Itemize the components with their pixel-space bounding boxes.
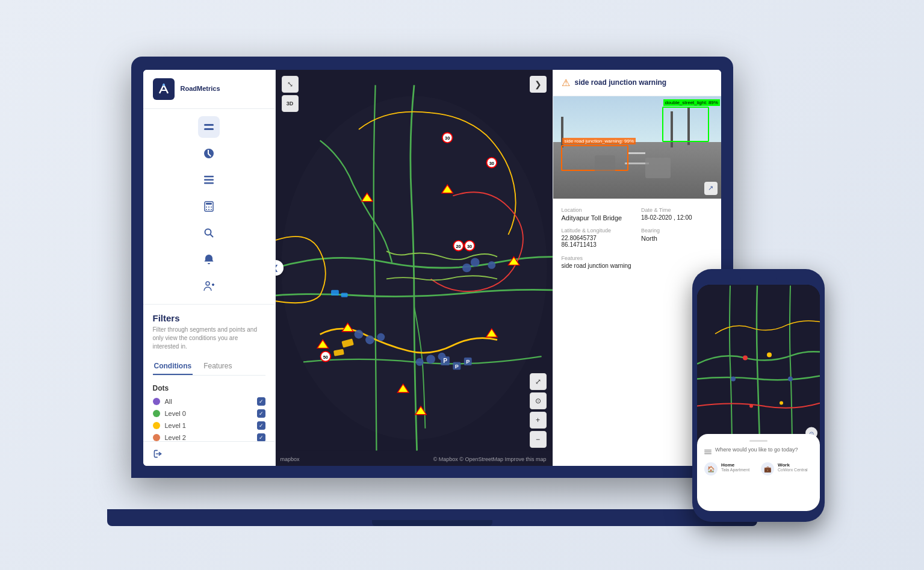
- dot-all-color: [153, 398, 160, 405]
- phone-bottom-card: Where would you like to go today? 🏠 Home…: [697, 434, 820, 511]
- svg-rect-7: [206, 203, 212, 205]
- map-locate-btn[interactable]: ⊙: [530, 392, 547, 409]
- features-value: side road junction warning: [562, 262, 713, 269]
- svg-rect-56: [341, 293, 347, 297]
- svg-text:30: 30: [467, 243, 471, 249]
- dot-all-checkbox[interactable]: [257, 397, 265, 406]
- phone-device: ⊙ Where would you like to go today? 🏠 Ho…: [692, 269, 825, 522]
- map-layers-btn[interactable]: 3D: [282, 95, 299, 112]
- map-expand-arrow[interactable]: ❯: [530, 76, 547, 93]
- home-icon: 🏠: [704, 462, 718, 476]
- svg-point-14: [205, 229, 211, 235]
- datetime-value: 18-02-2020 , 12:00: [641, 214, 713, 221]
- phone-map-svg: ⊙: [697, 285, 820, 443]
- nav-list[interactable]: [198, 169, 220, 191]
- nav-chart[interactable]: [198, 143, 220, 164]
- nav-bell[interactable]: [198, 249, 220, 270]
- svg-point-24: [426, 355, 435, 364]
- detection-box-streetlight: double_street_light: 89%: [662, 107, 709, 143]
- warning-triangle-icon: ⚠: [562, 77, 570, 88]
- svg-point-63: [731, 377, 736, 382]
- svg-text:30: 30: [489, 160, 494, 166]
- detail-grid: Location Adityapur Toll Bridge Date & Ti…: [562, 207, 713, 248]
- sidebar-nav: [143, 109, 275, 305]
- svg-point-62: [788, 377, 793, 382]
- svg-text:P: P: [443, 358, 447, 364]
- map-attribution: © Mapbox © OpenStreetMap Improve this ma…: [433, 456, 547, 462]
- svg-text:30: 30: [445, 135, 450, 141]
- phone-destinations: 🏠 Home Tata Apartment 💼 Work CoWorx Cent…: [704, 462, 813, 476]
- nav-toggle[interactable]: [198, 116, 220, 138]
- svg-text:20: 20: [456, 243, 460, 249]
- filter-dot-all: All: [153, 397, 265, 406]
- svg-text:50: 50: [323, 354, 327, 359]
- bearing-field: Bearing North: [641, 228, 713, 248]
- svg-point-10: [211, 206, 212, 208]
- location-value: Adityapur Toll Bridge: [562, 214, 633, 221]
- sidebar-logo: RoadMetrics: [143, 70, 275, 109]
- svg-point-8: [206, 206, 207, 208]
- map-controls-top-left: ⤡ 3D: [282, 76, 299, 112]
- main-content: 30 30 30 50 20 P: [276, 70, 721, 466]
- filter-dot-level0: Level 0: [153, 409, 265, 418]
- laptop-base: [107, 509, 757, 526]
- phone-dest-home[interactable]: 🏠 Home Tata Apartment: [704, 462, 756, 476]
- map-move-btn[interactable]: ⤡: [282, 76, 299, 93]
- dot-level2-color: [153, 434, 160, 441]
- detail-info: Location Adityapur Toll Bridge Date & Ti…: [553, 199, 721, 277]
- dot-level0-checkbox[interactable]: [257, 409, 265, 418]
- dot-level2-checkbox[interactable]: [257, 433, 265, 441]
- svg-rect-4: [204, 179, 214, 181]
- svg-rect-70: [704, 453, 712, 454]
- svg-point-61: [767, 353, 772, 358]
- svg-text:P: P: [454, 363, 458, 369]
- dot-level0-color: [153, 410, 160, 417]
- svg-point-16: [206, 282, 209, 285]
- svg-point-28: [488, 261, 495, 268]
- location-field: Location Adityapur Toll Bridge: [562, 207, 633, 221]
- svg-point-0: [163, 84, 165, 86]
- datetime-label: Date & Time: [641, 207, 713, 213]
- map-zoom-in-btn[interactable]: +: [530, 412, 547, 429]
- lat-value: 22.80645737: [562, 235, 633, 241]
- phone-dest-work[interactable]: 💼 Work CoWorx Central: [761, 462, 813, 476]
- external-link-button[interactable]: ↗: [704, 182, 718, 195]
- svg-point-13: [211, 209, 212, 210]
- tab-conditions[interactable]: Conditions: [153, 358, 193, 375]
- logout-button[interactable]: [143, 441, 275, 466]
- svg-rect-2: [204, 128, 214, 130]
- app-name: RoadMetrics: [181, 85, 220, 93]
- nav-calculator[interactable]: [198, 196, 220, 217]
- home-label: Home: [721, 462, 749, 468]
- detail-image: double_street_light: 89% side road junct…: [553, 96, 721, 199]
- svg-point-21: [354, 330, 363, 339]
- logo-icon: [153, 78, 175, 100]
- detection-label-warning: side road junction_warning: 99%: [562, 138, 636, 144]
- work-sublabel: CoWorx Central: [778, 468, 808, 472]
- latlon-field: Latitude & Longitude 22.80645737 86.1471…: [562, 228, 633, 248]
- bearing-value: North: [641, 235, 713, 242]
- dot-level2-label: Level 2: [165, 434, 186, 441]
- bearing-label: Bearing: [641, 228, 713, 234]
- map-watermark: mapbox: [281, 456, 300, 462]
- svg-point-11: [206, 209, 207, 210]
- svg-point-12: [208, 209, 209, 210]
- dot-all-label: All: [165, 398, 172, 405]
- svg-point-9: [208, 206, 209, 208]
- datetime-field: Date & Time 18-02-2020 , 12:00: [641, 207, 713, 221]
- svg-point-65: [780, 401, 783, 405]
- tab-features[interactable]: Features: [202, 358, 233, 375]
- location-label: Location: [562, 207, 633, 213]
- phone-search-prompt: Where would you like to go today?: [715, 447, 798, 453]
- map-zoom-out-btn[interactable]: −: [530, 431, 547, 448]
- svg-text:P: P: [466, 359, 470, 365]
- dot-level1-color: [153, 422, 160, 429]
- map-fullscreen-btn[interactable]: ⤢: [530, 373, 547, 390]
- dot-level1-checkbox[interactable]: [257, 421, 265, 430]
- road-scene: double_street_light: 89% side road junct…: [553, 96, 721, 199]
- nav-search[interactable]: [198, 222, 220, 244]
- svg-rect-69: [704, 451, 712, 453]
- nav-user-plus[interactable]: [198, 275, 220, 297]
- svg-point-26: [462, 263, 471, 272]
- work-label: Work: [778, 462, 808, 468]
